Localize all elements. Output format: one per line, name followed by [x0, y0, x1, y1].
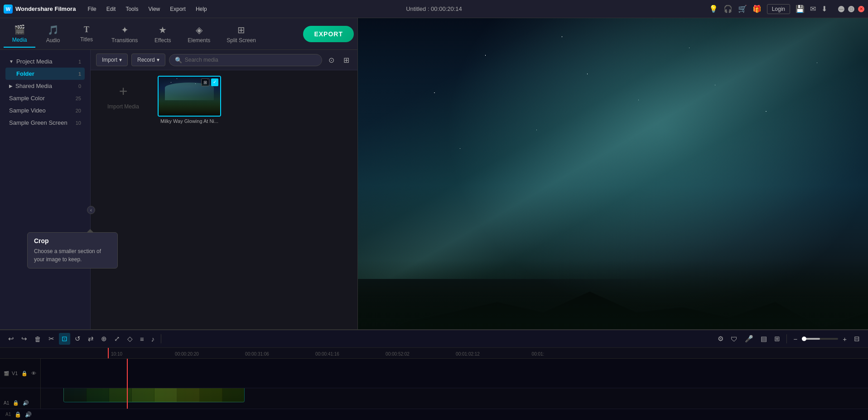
sidebar-samplecolor-count: 25 [76, 96, 81, 101]
save-icon[interactable]: 💾 [796, 5, 805, 13]
rotate-button[interactable]: ↺ [72, 333, 83, 345]
lock-icon[interactable]: 🔒 [21, 371, 28, 376]
headphones-icon[interactable]: 🎧 [723, 5, 733, 13]
export-button[interactable]: EXPORT [303, 26, 354, 42]
audio-tab-icon: 🎵 [48, 24, 59, 35]
gift-icon[interactable]: 🎁 [752, 5, 762, 13]
window-controls: — □ ✕ [838, 6, 864, 12]
tab-audio[interactable]: 🎵 Audio [37, 21, 69, 47]
timeline-tracks: 🎬 V1 🔒 👁 A1 🔒 🔊 ▶ Milky Way Glowing At N… [0, 359, 868, 408]
tl-settings-button[interactable]: ⚙ [715, 333, 726, 345]
filter-button[interactable]: ⊙ [326, 54, 337, 66]
redo-button[interactable]: ↪ [19, 333, 30, 345]
tooltip-arrow [87, 229, 94, 233]
tab-media[interactable]: 🎬 Media [4, 20, 35, 48]
menu-help[interactable]: Help [191, 4, 212, 14]
tab-elements[interactable]: ◈ Elements [180, 21, 217, 47]
menu-tools[interactable]: Tools [121, 4, 143, 14]
sidebar-item-sample-color[interactable]: Sample Color 25 [5, 92, 85, 104]
content-toolbar: Import ▾ Record ▾ 🔍 ⊙ ⊞ [91, 50, 357, 70]
adjust-button[interactable]: ≡ [137, 333, 147, 345]
timeline-playhead-ruler [108, 348, 109, 358]
import-chevron-icon: ▾ [119, 57, 122, 63]
track-label-a1: A1 🔒 🔊 [0, 388, 40, 408]
record-button[interactable]: Record ▾ [131, 54, 165, 66]
tl-mark-4: 00:00:41:16 [292, 352, 362, 357]
track-a1-lock[interactable]: 🔒 [13, 400, 19, 406]
transform-button[interactable]: ⊕ [98, 333, 110, 345]
search-box: 🔍 [169, 54, 322, 66]
menu-view[interactable]: View [144, 4, 164, 14]
flip-button[interactable]: ⇄ [85, 333, 96, 345]
tl-captions-button[interactable]: ▤ [758, 333, 770, 345]
tl-sep-1 [161, 334, 161, 343]
crop-button[interactable]: ⊡ [59, 333, 70, 345]
tl-mic-button[interactable]: 🎤 [742, 333, 756, 345]
cut-button[interactable]: ✂ [46, 333, 57, 345]
cart-icon[interactable]: 🛒 [738, 5, 747, 13]
add-track-volume[interactable]: 🔊 [25, 411, 32, 418]
tl-more-button[interactable]: ⊟ [851, 333, 863, 345]
media-thumbnail-1[interactable]: ⊞ ✓ Milky Way Glowing At Ni... [158, 76, 221, 124]
elements-tab-icon: ◈ [196, 24, 203, 35]
zoom-out-button[interactable]: − [791, 333, 800, 345]
tl-snap-button[interactable]: ⊞ [772, 333, 783, 345]
color-button[interactable]: ◇ [125, 333, 135, 345]
tab-splitscreen[interactable]: ⊞ Split Screen [219, 21, 263, 47]
sidebar-collapse-btn[interactable]: ‹ [87, 206, 91, 214]
sidebar-item-sample-greenscreen[interactable]: Sample Green Screen 10 [5, 117, 85, 129]
sidebar-item-folder[interactable]: Folder 1 [5, 68, 85, 80]
sidebar-folder-label: Folder [16, 70, 34, 77]
window-title: Untitled : 00:00:20:14 [406, 5, 462, 12]
import-media-placeholder[interactable]: + Import Media [96, 76, 150, 117]
tab-transitions[interactable]: ✦ Transitions [104, 21, 145, 47]
sidebar-shared-label: Shared Media [15, 83, 52, 89]
tab-titles-label: Titles [80, 36, 93, 43]
milky-way-visual [358, 18, 868, 279]
logo-icon: W [4, 5, 13, 14]
mail-icon[interactable]: ✉ [810, 5, 816, 13]
thumb-wrapper[interactable]: ⊞ ✓ [158, 76, 221, 117]
import-button[interactable]: Import ▾ [96, 54, 128, 66]
sidebar-folder-count: 1 [78, 71, 81, 77]
download-icon[interactable]: ⬇ [821, 5, 827, 13]
tooltip-description: Choose a smaller section ofyour image to… [34, 247, 111, 264]
search-input[interactable] [185, 57, 316, 63]
tl-shield-button[interactable]: 🛡 [728, 333, 740, 345]
transitions-tab-icon: ✦ [121, 24, 129, 35]
grid-view-button[interactable]: ⊞ [341, 54, 352, 66]
record-chevron-icon: ▾ [157, 57, 159, 63]
add-track-lock[interactable]: 🔒 [14, 411, 21, 418]
sidebar-greenscreen-label: Sample Green Screen [9, 119, 68, 126]
timeline-playhead[interactable] [127, 359, 128, 408]
add-track-label: A1 [5, 412, 11, 417]
fullscreen-tl-button[interactable]: ⤢ [111, 333, 123, 345]
title-bar-right: 💡 🎧 🛒 🎁 Login 💾 ✉ ⬇ — □ ✕ [709, 4, 864, 14]
tl-mark-2: 00:00:20:20 [152, 352, 222, 357]
minimize-button[interactable]: — [838, 6, 844, 12]
sidebar-item-project-media[interactable]: ▼ Project Media 1 [5, 55, 85, 68]
tabs-bar: 🎬 Media 🎵 Audio T Titles ✦ Transitions ★… [0, 18, 357, 50]
login-button[interactable]: Login [767, 4, 790, 14]
eye-icon[interactable]: 👁 [31, 371, 36, 376]
delete-button[interactable]: 🗑 [32, 333, 44, 345]
undo-button[interactable]: ↩ [5, 333, 17, 345]
close-button[interactable]: ✕ [858, 6, 864, 12]
zoom-slider[interactable] [802, 338, 838, 340]
lightbulb-icon[interactable]: 💡 [709, 5, 718, 13]
zoom-in-button[interactable]: + [840, 333, 849, 345]
sidebar-item-shared-media[interactable]: ▶ Shared Media 0 [5, 80, 85, 92]
timeline-add-track: A1 🔒 🔊 [0, 409, 868, 420]
maximize-button[interactable]: □ [848, 6, 854, 12]
tab-effects-label: Effects [154, 37, 171, 44]
menu-file[interactable]: File [83, 4, 101, 14]
timeline-track-content: ▶ Milky Way Glowing At Night [41, 359, 868, 408]
tab-audio-label: Audio [46, 37, 60, 44]
menu-export[interactable]: Export [165, 4, 190, 14]
sidebar-item-sample-video[interactable]: Sample Video 20 [5, 104, 85, 117]
tab-effects[interactable]: ★ Effects [147, 21, 178, 47]
menu-edit[interactable]: Edit [102, 4, 121, 14]
audio-tl-button[interactable]: ♪ [149, 333, 158, 345]
track-a1-volume[interactable]: 🔊 [23, 400, 29, 406]
tab-titles[interactable]: T Titles [71, 21, 102, 46]
